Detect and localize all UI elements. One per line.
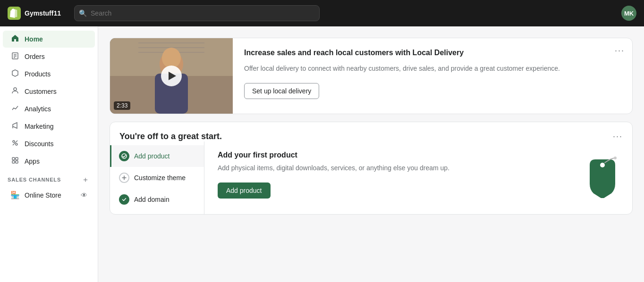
main-content: 2:33 ··· Increase sales and reach local … [98,26,644,282]
start-card-body: Add product Customize theme [110,141,632,214]
video-thumbnail: 2:33 [110,38,233,114]
step-detail: Add your first product Add physical item… [204,141,632,214]
sidebar-item-marketing[interactable]: Marketing [3,118,95,135]
search-icon: 🔍 [79,9,87,17]
video-menu-button[interactable]: ··· [615,46,625,56]
video-description: Offer local delivery to connect with nea… [244,64,623,74]
sidebar: Home Orders Products Customers Analytics… [0,26,98,282]
start-card-menu-button[interactable]: ··· [613,132,623,141]
video-duration: 2:33 [114,101,130,110]
sidebar-label-customers: Customers [25,88,57,95]
brand-name: Gymstuff11 [25,9,61,17]
svg-point-6 [13,141,15,142]
add-sales-channel-button[interactable]: ＋ [81,175,90,184]
start-card-header: You're off to a great start. ··· [110,122,632,141]
step-add-product[interactable]: Add product [110,145,204,167]
sidebar-label-orders: Orders [25,53,45,60]
svg-rect-12 [16,161,18,163]
setup-delivery-button[interactable]: Set up local delivery [244,83,319,99]
step-icon-domain [119,194,129,205]
discounts-icon [10,139,20,149]
home-icon [10,34,20,44]
product-tag-icon [583,156,621,198]
sidebar-label-apps: Apps [25,158,40,165]
step-detail-title: Add your first product [218,151,619,159]
video-info: ··· Increase sales and reach local custo… [233,38,632,114]
brand: Gymstuff11 [8,7,61,20]
avatar[interactable]: MK [621,6,636,21]
step-customize-label: Customize theme [134,174,186,182]
analytics-icon [10,104,20,114]
step-icon-add-product [119,151,129,161]
online-store-label: Online Store [25,191,61,199]
video-card: 2:33 ··· Increase sales and reach local … [110,38,633,114]
sidebar-item-customers[interactable]: Customers [3,83,95,100]
video-title: Increase sales and reach local customers… [244,48,609,58]
steps-list: Add product Customize theme [110,141,204,214]
sidebar-item-home[interactable]: Home [3,31,95,48]
orders-icon [10,52,20,61]
step-icon-customize [119,173,129,183]
svg-rect-9 [12,158,15,160]
products-icon [10,69,20,79]
sidebar-label-marketing: Marketing [25,123,53,130]
sidebar-item-discounts[interactable]: Discounts [3,135,95,152]
sidebar-item-orders[interactable]: Orders [3,48,95,65]
product-icon-area [583,156,621,200]
nav-right: MK [621,6,636,21]
start-card-title: You're off to a great start. [119,132,222,141]
marketing-icon [10,122,20,131]
customize-icon [122,175,127,180]
sales-channels-section: SALES CHANNELS ＋ [0,170,98,186]
eye-icon[interactable]: 👁 [81,191,87,199]
svg-point-23 [614,157,617,159]
svg-point-7 [16,143,17,145]
sales-channels-label: SALES CHANNELS [8,177,61,182]
sidebar-label-products: Products [25,70,51,78]
step-domain-label: Add domain [134,196,169,203]
sidebar-item-products[interactable]: Products [3,66,95,83]
check-icon [121,197,127,202]
search-input[interactable] [74,5,320,21]
store-icon: 🏪 [10,191,20,199]
shopify-logo [8,7,21,20]
svg-line-8 [13,141,17,145]
step-add-domain[interactable]: Add domain [110,189,204,210]
sidebar-item-apps[interactable]: Apps [3,153,95,170]
play-button[interactable] [161,66,182,86]
layout: Home Orders Products Customers Analytics… [0,26,644,282]
search-bar: 🔍 [74,5,320,21]
step-detail-desc: Add physical items, digital downloads, s… [218,163,619,173]
sidebar-item-online-store[interactable]: 🏪 Online Store 👁 [3,187,95,203]
apps-icon [10,157,20,166]
step-customize-theme[interactable]: Customize theme [110,167,204,189]
topnav: Gymstuff11 🔍 MK [0,0,644,26]
start-card: You're off to a great start. ··· Add pro… [110,122,633,215]
svg-point-4 [14,88,17,91]
sidebar-label-discounts: Discounts [25,140,53,148]
svg-point-22 [600,163,605,167]
add-product-button[interactable]: Add product [218,182,271,199]
svg-rect-11 [12,161,15,163]
step-add-product-label: Add product [134,152,170,160]
online-store-left: 🏪 Online Store [10,191,61,199]
svg-rect-10 [16,158,18,160]
play-icon [169,72,176,80]
sidebar-label-analytics: Analytics [25,105,51,113]
sidebar-label-home: Home [25,35,43,43]
tag-icon [121,153,127,159]
customers-icon [10,87,20,96]
sidebar-item-analytics[interactable]: Analytics [3,100,95,117]
